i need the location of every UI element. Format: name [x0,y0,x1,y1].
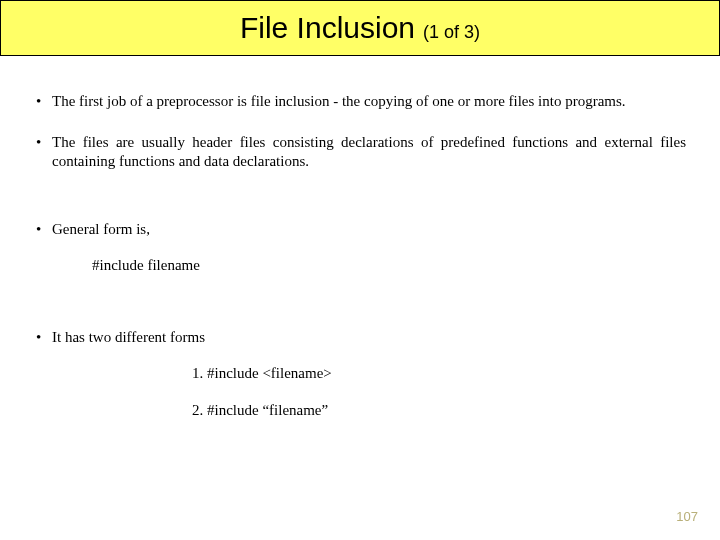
bullet-list: It has two different forms [34,328,686,347]
bullet-item: General form is, [34,220,686,239]
slide-title-main: File Inclusion [240,11,415,45]
bullet-item: The files are usually header files consi… [34,133,686,171]
title-bar: File Inclusion (1 of 3) [0,0,720,56]
page-number: 107 [676,509,698,524]
code-line-form1: 1. #include <filename> [34,365,686,382]
bullet-text: It has two different forms [52,329,205,345]
bullet-item: The first job of a preprocessor is file … [34,92,686,111]
bullet-item: It has two different forms [34,328,686,347]
bullet-text: The first job of a preprocessor is file … [52,93,626,109]
slide-content: The first job of a preprocessor is file … [0,56,720,419]
slide-title-sub: (1 of 3) [423,22,480,43]
code-line-general: #include filename [34,257,686,274]
code-line-form2: 2. #include “filename” [34,402,686,419]
bullet-text: The files are usually header files consi… [52,134,686,169]
bullet-text: General form is, [52,221,150,237]
bullet-list: The first job of a preprocessor is file … [34,92,686,239]
